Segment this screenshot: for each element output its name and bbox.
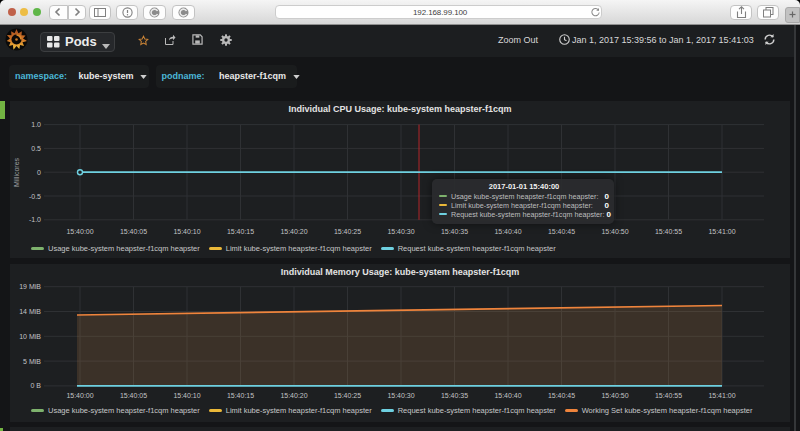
svg-text:-0.5: -0.5 [29,193,41,200]
svg-text:15:40:10: 15:40:10 [173,392,200,399]
svg-text:15:40:05: 15:40:05 [120,392,147,399]
svg-text:15:40:45: 15:40:45 [548,228,575,235]
svg-text:15:40:10: 15:40:10 [173,228,200,235]
svg-text:19 MiB: 19 MiB [19,283,41,290]
svg-text:10 MiB: 10 MiB [19,333,41,340]
svg-text:15:40:25: 15:40:25 [334,392,361,399]
svg-text:15:40:40: 15:40:40 [494,392,521,399]
svg-text:0.5: 0.5 [31,145,41,152]
svg-text:0 B: 0 B [30,382,41,389]
svg-text:1.0: 1.0 [31,121,41,128]
svg-text:15:40:20: 15:40:20 [280,392,307,399]
svg-text:-1.0: -1.0 [29,216,41,223]
svg-text:15:40:50: 15:40:50 [601,228,628,235]
svg-text:15:40:45: 15:40:45 [548,392,575,399]
svg-text:15:40:50: 15:40:50 [601,392,628,399]
svg-text:15:40:35: 15:40:35 [441,228,468,235]
svg-text:15:40:00: 15:40:00 [66,228,93,235]
svg-text:15:40:00: 15:40:00 [66,392,93,399]
svg-text:15:41:00: 15:41:00 [708,392,735,399]
svg-text:15:40:40: 15:40:40 [494,228,521,235]
svg-text:15:40:15: 15:40:15 [227,228,254,235]
svg-text:15:40:55: 15:40:55 [655,228,682,235]
svg-text:15:40:25: 15:40:25 [334,228,361,235]
svg-text:15:40:15: 15:40:15 [227,392,254,399]
svg-text:Millicores: Millicores [13,157,20,187]
svg-text:0: 0 [37,169,41,176]
svg-text:15:40:55: 15:40:55 [655,392,682,399]
svg-text:15:40:30: 15:40:30 [387,228,414,235]
svg-text:15:40:35: 15:40:35 [441,392,468,399]
svg-text:15:40:30: 15:40:30 [387,392,414,399]
svg-text:14 MiB: 14 MiB [19,308,41,315]
svg-text:15:40:05: 15:40:05 [120,228,147,235]
svg-text:15:41:00: 15:41:00 [708,228,735,235]
svg-text:5 MiB: 5 MiB [23,358,41,365]
svg-text:15:40:20: 15:40:20 [280,228,307,235]
